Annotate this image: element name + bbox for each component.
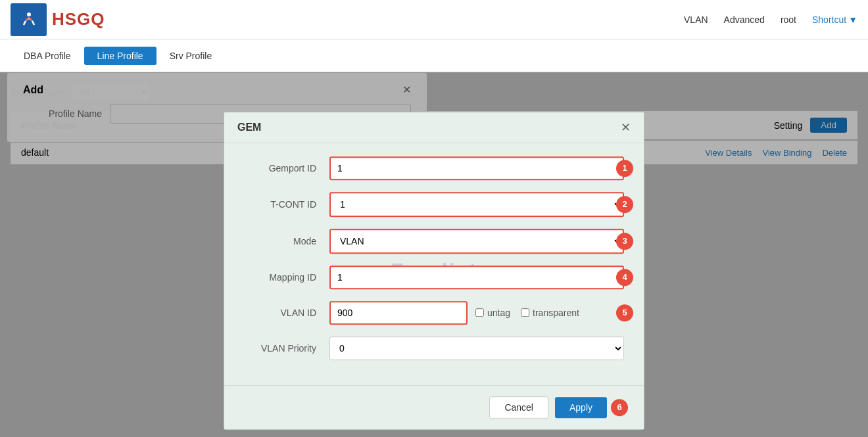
gem-close-button[interactable]: ✕ [621, 120, 631, 135]
vlan-id-control: untag transparent 5 [329, 301, 624, 325]
gemport-id-input[interactable] [329, 156, 624, 180]
svg-point-1 [27, 12, 31, 16]
step-1-badge: 1 [616, 160, 633, 177]
top-nav: HSGQ VLAN Advanced root Shortcut ▼ [0, 0, 868, 39]
sub-nav: DBA Profile Line Profile Srv Profile [0, 39, 868, 72]
logo-area: HSGQ [11, 3, 228, 36]
logo-text: HSGQ [52, 9, 105, 30]
vlan-id-row: untag transparent [329, 301, 624, 325]
step-6-badge: 6 [611, 399, 628, 416]
step-2-badge: 2 [616, 196, 633, 213]
nav-advanced[interactable]: Advanced [724, 14, 765, 25]
srv-profile-tab[interactable]: Srv Profile [157, 47, 226, 65]
transparent-label: transparent [533, 308, 579, 318]
gem-dialog-body: Gemport ID 1 T-CONT ID 1 2 Mode [224, 143, 644, 385]
gemport-id-control: 1 [329, 156, 624, 180]
chevron-down-icon: ▼ [848, 14, 857, 25]
vlan-priority-select[interactable]: 0 [329, 336, 624, 360]
vlan-id-label: VLAN ID [244, 308, 329, 318]
step-5-badge: 5 [616, 304, 633, 321]
apply-area: Apply 6 [555, 397, 628, 418]
mapping-id-input[interactable] [329, 265, 624, 289]
dba-profile-tab[interactable]: DBA Profile [11, 47, 84, 65]
mapping-id-field: Mapping ID 4 [244, 265, 624, 289]
step-3-badge: 3 [616, 233, 633, 250]
tcont-id-select[interactable]: 1 [329, 192, 624, 217]
mapping-id-label: Mapping ID [244, 272, 329, 283]
gem-dialog-header: GEM ✕ [224, 112, 644, 143]
step-4-badge: 4 [616, 269, 633, 286]
mode-label: Mode [244, 236, 329, 246]
vlan-id-input[interactable] [329, 301, 468, 325]
vlan-priority-field: VLAN Priority 0 [244, 336, 624, 360]
gem-dialog-footer: Cancel Apply 6 [224, 385, 644, 429]
apply-button[interactable]: Apply [555, 397, 607, 418]
nav-right: VLAN Advanced root Shortcut ▼ [684, 14, 857, 25]
line-profile-tab[interactable]: Line Profile [84, 47, 157, 65]
cancel-button[interactable]: Cancel [489, 396, 548, 419]
logo-icon [11, 3, 47, 36]
mode-field: Mode VLAN 3 [244, 229, 624, 254]
tcont-id-field: T-CONT ID 1 2 [244, 192, 624, 217]
vlan-priority-label: VLAN Priority [244, 343, 329, 354]
transparent-checkbox[interactable] [521, 308, 529, 317]
tcont-id-control: 1 2 [329, 192, 624, 217]
checkbox-group: untag transparent [475, 308, 579, 318]
vlan-id-field: VLAN ID untag transparent [244, 301, 624, 325]
nav-vlan[interactable]: VLAN [684, 14, 708, 25]
gem-dialog-title: GEM [237, 122, 261, 133]
mode-control: VLAN 3 [329, 229, 624, 254]
transparent-checkbox-label: transparent [521, 308, 579, 318]
gem-dialog: Forelist GEM ✕ Gemport ID 1 T-CONT ID 1 [224, 112, 644, 430]
vlan-priority-control: 0 [329, 336, 624, 360]
untag-checkbox-label: untag [475, 308, 510, 318]
svg-point-0 [18, 9, 39, 30]
gemport-id-field: Gemport ID 1 [244, 156, 624, 180]
untag-checkbox[interactable] [475, 308, 484, 317]
mapping-id-control: 4 [329, 265, 624, 289]
nav-user: root [781, 14, 796, 25]
untag-label: untag [487, 308, 510, 318]
main-content: Display Type: All Profile Name Setting A… [0, 72, 868, 437]
gemport-id-label: Gemport ID [244, 163, 329, 173]
mode-select[interactable]: VLAN [329, 229, 624, 254]
nav-shortcut[interactable]: Shortcut ▼ [812, 14, 857, 25]
tcont-id-label: T-CONT ID [244, 199, 329, 210]
